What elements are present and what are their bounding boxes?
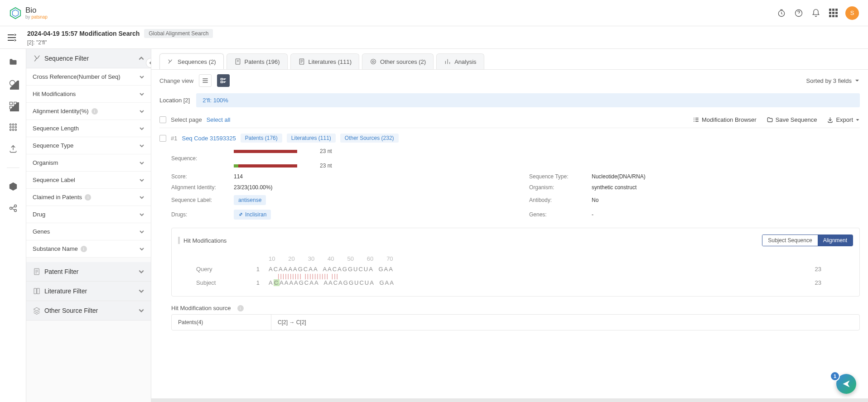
book-icon — [33, 287, 41, 295]
filter-organism[interactable]: Organism — [26, 154, 151, 172]
other-source-filter-header[interactable]: Other Source Filter — [26, 301, 151, 321]
view-toolbar: Change view Sorted by 3 fields — [151, 69, 868, 91]
disc-icon — [370, 58, 377, 65]
horizontal-scrollbar[interactable] — [151, 398, 868, 402]
filter-sequence-label[interactable]: Sequence Label — [26, 172, 151, 189]
organism-value: synthetic construct — [592, 184, 637, 191]
chevron-down-icon — [138, 307, 145, 314]
seqlabel-value[interactable]: antisense — [234, 195, 266, 205]
filter-alignment-identity[interactable]: Alignment Identity(%) i — [26, 103, 151, 120]
select-page-label: Select page — [171, 116, 202, 123]
bell-icon[interactable] — [811, 8, 821, 18]
menu-toggle-icon[interactable] — [6, 33, 17, 42]
svg-point-11 — [15, 124, 16, 125]
sort-control[interactable]: Sorted by 3 fields — [806, 77, 860, 84]
literature-filter-label: Literature Filter — [44, 287, 87, 295]
cube-icon[interactable] — [8, 182, 18, 191]
tab-literatures[interactable]: Literatures (111) — [290, 53, 359, 69]
hit-modifications-panel: Hit Modifications Subject Sequence Align… — [171, 228, 860, 297]
sub-header: 2024-04-19 15:57 Modification Search Glo… — [0, 26, 868, 49]
view-mode-toggle: Subject Sequence Alignment — [762, 234, 853, 246]
tab-other-sources[interactable]: Other sources (2) — [362, 53, 434, 69]
patent-filter-header[interactable]: Patent Filter — [26, 262, 151, 282]
save-sequence-button[interactable]: Save Sequence — [767, 116, 817, 123]
logo-icon — [9, 7, 22, 19]
subject-length: 23 nt — [320, 163, 332, 169]
info-icon[interactable]: i — [237, 305, 244, 311]
tab-sequences[interactable]: Sequences (2) — [159, 53, 224, 69]
link-icon — [238, 212, 243, 217]
chevron-down-icon — [139, 177, 145, 183]
select-page-checkbox[interactable] — [159, 116, 166, 123]
filter-sequence-length[interactable]: Sequence Length — [26, 120, 151, 137]
filter-drug[interactable]: Drug — [26, 206, 151, 223]
card-view-button[interactable] — [217, 74, 230, 87]
folder-icon[interactable] — [8, 57, 18, 67]
seqlabel-label: Sequence Label: — [171, 197, 228, 203]
layers-icon — [33, 306, 41, 315]
export-button[interactable]: Export — [827, 116, 860, 123]
result-checkbox[interactable] — [159, 135, 166, 142]
upload-icon[interactable] — [8, 144, 18, 154]
svg-point-24 — [371, 59, 376, 64]
chevron-down-icon — [139, 195, 145, 200]
select-all-link[interactable]: Select all — [207, 116, 231, 123]
logo[interactable]: Bio by patsnap — [9, 6, 48, 20]
chevron-down-icon — [139, 126, 145, 131]
help-icon[interactable] — [794, 8, 804, 18]
location-chip[interactable]: 2'fl: 100% — [196, 93, 860, 107]
patent-filter-label: Patent Filter — [44, 268, 78, 275]
source-mod-cell: C[2] → C[2] — [271, 315, 313, 330]
genes-label: Genes: — [529, 211, 586, 218]
sequence-filter-header[interactable]: Sequence Filter — [26, 49, 151, 68]
info-icon: i — [81, 246, 87, 252]
search-icon[interactable] — [8, 79, 18, 89]
tab-patents[interactable]: Patents (196) — [227, 53, 288, 69]
result-badge-others[interactable]: Other Sources (232) — [340, 134, 399, 143]
filter-hit-modifications[interactable]: Hit Modifications — [26, 86, 151, 103]
grid-icon[interactable] — [8, 122, 18, 132]
dashboard-icon[interactable] — [8, 100, 18, 110]
query-sequence-bar — [234, 150, 297, 153]
list-view-button[interactable] — [199, 74, 212, 87]
result-badge-literatures[interactable]: Literatures (111) — [287, 134, 336, 143]
drugs-value[interactable]: Inclisiran — [234, 210, 271, 220]
filter-cross-reference[interactable]: Cross Reference(Number of Seq) — [26, 68, 151, 86]
source-patents-cell[interactable]: Patents(4) — [172, 315, 271, 330]
timer-icon[interactable] — [776, 8, 786, 18]
result-title-link[interactable]: Seq Code 31593325 — [182, 135, 236, 142]
subject-sequence-toggle[interactable]: Subject Sequence — [762, 235, 817, 246]
alignment-toggle[interactable]: Alignment — [818, 235, 853, 246]
share-icon[interactable] — [8, 203, 18, 213]
panel-accent-bar — [178, 237, 180, 244]
filter-claimed-in-patents[interactable]: Claimed in Patents i — [26, 189, 151, 206]
content-area: Sequences (2) Patents (196) Literatures … — [151, 49, 868, 402]
sequence-filter-label: Sequence Filter — [44, 55, 89, 62]
chevron-down-icon — [139, 229, 145, 234]
alignment-canvas: 10 20 30 40 50 60 70 Query 1 ACAAAAGCAA … — [178, 252, 853, 290]
filter-sidebar: Sequence Filter Cross Reference(Number o… — [26, 49, 151, 402]
filter-sequence-type[interactable]: Sequence Type — [26, 137, 151, 154]
tab-analysis[interactable]: Analysis — [436, 53, 484, 69]
organism-label: Organism: — [529, 184, 586, 191]
filter-substance-name[interactable]: Substance Name i — [26, 240, 151, 258]
chevron-down-icon — [139, 74, 145, 80]
logo-title: Bio — [25, 6, 48, 15]
alignment-matches: |||||||||| |||||||||| ||| — [196, 273, 835, 279]
antibody-label: Antibody: — [529, 197, 586, 203]
fab-badge: 1 — [830, 371, 840, 381]
svg-point-12 — [10, 126, 11, 128]
literature-filter-header[interactable]: Literature Filter — [26, 282, 151, 301]
apps-icon[interactable] — [828, 8, 838, 18]
svg-point-18 — [10, 207, 12, 210]
select-row: Select page Select all Modification Brow… — [159, 112, 860, 128]
avatar[interactable]: S — [845, 6, 859, 20]
svg-point-14 — [15, 126, 16, 128]
svg-point-9 — [10, 124, 11, 125]
modification-browser-button[interactable]: Modification Browser — [693, 116, 757, 123]
alignid-label: Alignment Identity: — [171, 184, 228, 191]
result-badge-patents[interactable]: Patents (176) — [241, 134, 282, 143]
tabs-row: Sequences (2) Patents (196) Literatures … — [151, 49, 868, 69]
filter-genes[interactable]: Genes — [26, 223, 151, 240]
chevron-down-icon — [139, 91, 145, 97]
